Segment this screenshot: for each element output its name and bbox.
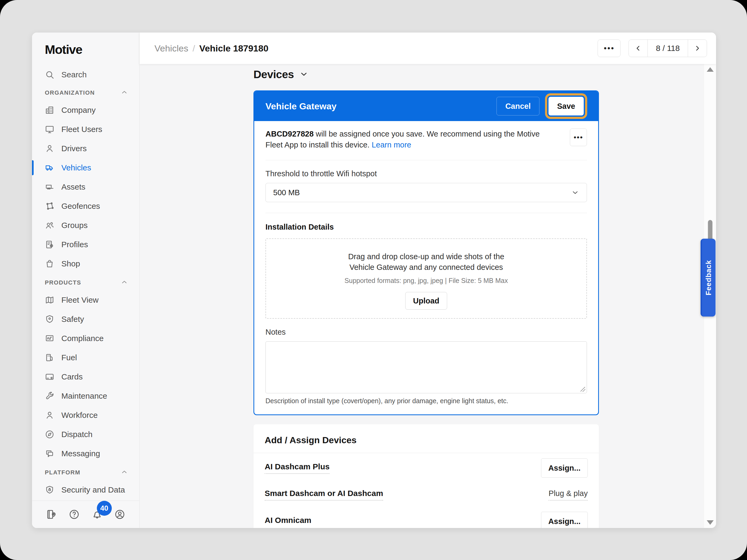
add-assign-devices-card: Add / Assign Devices AI Dashcam Plus Ass… bbox=[253, 424, 599, 528]
assign-button[interactable]: Assign... bbox=[541, 458, 588, 478]
chevron-down-icon bbox=[299, 70, 308, 80]
sidebar-item-assets[interactable]: Assets bbox=[32, 177, 139, 196]
threshold-select[interactable]: 500 MB bbox=[265, 183, 587, 202]
sidebar-item-fleet-view[interactable]: Fleet View bbox=[32, 290, 139, 310]
add-assign-devices-title: Add / Assign Devices bbox=[253, 424, 599, 453]
section-label: ORGANIZATION bbox=[45, 89, 95, 96]
sidebar-item-label: Profiles bbox=[61, 240, 88, 249]
chevron-up-icon bbox=[121, 278, 128, 287]
search-input[interactable]: Search bbox=[32, 66, 139, 83]
threshold-label: Threshold to throttle Wifi hotspot bbox=[265, 169, 587, 178]
sidebar-item-drivers[interactable]: Drivers bbox=[32, 139, 139, 158]
account-icon[interactable] bbox=[114, 509, 125, 520]
dropzone-formats-text: Supported formats: png, jpg, jpeg | File… bbox=[271, 277, 581, 285]
sidebar-item-company[interactable]: Company bbox=[32, 101, 139, 120]
pager-count: 8 / 118 bbox=[647, 40, 688, 57]
devices-heading: Devices bbox=[253, 68, 294, 81]
device-row-ai-omnicam: AI Omnicam Assign... bbox=[265, 508, 588, 528]
chevron-up-icon bbox=[121, 88, 128, 97]
sidebar-item-label: Fleet Users bbox=[61, 125, 102, 134]
devices-section-header[interactable]: Devices bbox=[253, 68, 599, 81]
sidebar-item-label: Compliance bbox=[61, 334, 104, 343]
fuel-pump-icon bbox=[45, 353, 54, 363]
breadcrumb-vehicles-link[interactable]: Vehicles bbox=[154, 43, 188, 54]
section-organization[interactable]: ORGANIZATION bbox=[32, 85, 139, 101]
assign-button[interactable]: Assign... bbox=[541, 512, 588, 528]
shield-lock-icon bbox=[45, 485, 54, 495]
upload-button[interactable]: Upload bbox=[405, 292, 447, 310]
notifications-icon[interactable]: 40 bbox=[92, 509, 103, 520]
divider bbox=[265, 213, 587, 213]
previous-record-button[interactable] bbox=[629, 40, 647, 57]
scrollbar-up-button[interactable] bbox=[707, 67, 714, 72]
motive-logo: Motive bbox=[45, 42, 139, 57]
scrollbar-down-button[interactable] bbox=[707, 520, 714, 525]
main-area: Vehicles / Vehicle 1879180 ••• 8 / 118 bbox=[139, 32, 716, 528]
chevron-down-icon bbox=[571, 189, 579, 196]
sidebar-item-label: Geofences bbox=[61, 202, 100, 211]
sidebar-item-label: Company bbox=[61, 106, 96, 115]
plug-and-play-label[interactable]: Plug & play bbox=[548, 489, 588, 501]
cancel-button[interactable]: Cancel bbox=[496, 97, 539, 115]
monitor-icon bbox=[45, 125, 54, 134]
sidebar-item-fleet-users[interactable]: Fleet Users bbox=[32, 120, 139, 139]
topbar: Vehicles / Vehicle 1879180 ••• 8 / 118 bbox=[139, 32, 716, 64]
shield-icon bbox=[45, 314, 54, 324]
save-button[interactable]: Save bbox=[548, 97, 584, 115]
person-icon bbox=[45, 410, 54, 420]
device-name: Smart Dashcam or AI Dashcam bbox=[265, 489, 383, 501]
feedback-tab[interactable]: Feedback bbox=[701, 239, 716, 317]
more-options-button[interactable]: ••• bbox=[598, 39, 621, 57]
photo-dropzone[interactable]: Drag and drop close-up and wide shots of… bbox=[265, 238, 587, 319]
sidebar-item-geofences[interactable]: Geofences bbox=[32, 196, 139, 216]
sidebar-item-profiles[interactable]: Profiles bbox=[32, 235, 139, 254]
sidebar-item-dispatch[interactable]: Dispatch bbox=[32, 425, 139, 444]
learn-more-link[interactable]: Learn more bbox=[371, 140, 411, 149]
threshold-value: 500 MB bbox=[273, 188, 300, 197]
notes-textarea[interactable] bbox=[265, 341, 587, 393]
sidebar-item-label: Maintenance bbox=[61, 392, 107, 401]
help-icon[interactable] bbox=[69, 509, 80, 520]
breadcrumb-separator: / bbox=[192, 43, 195, 54]
map-icon bbox=[45, 295, 54, 305]
device-more-options-button[interactable]: ••• bbox=[570, 129, 587, 146]
sidebar-item-safety[interactable]: Safety bbox=[32, 310, 139, 329]
section-platform[interactable]: PLATFORM bbox=[32, 465, 139, 480]
sidebar-item-fuel[interactable]: Fuel bbox=[32, 348, 139, 367]
content-scroll-area: Devices Vehicle Gateway Cancel Save bbox=[139, 64, 716, 528]
guide-icon[interactable] bbox=[46, 509, 57, 520]
people-icon bbox=[45, 220, 54, 230]
section-label: PRODUCTS bbox=[45, 279, 81, 286]
compass-icon bbox=[45, 430, 54, 439]
installation-details-label: Installation Details bbox=[265, 223, 587, 232]
sidebar-item-vehicles[interactable]: Vehicles bbox=[32, 158, 139, 177]
chat-bubbles-icon bbox=[45, 449, 54, 458]
truck-icon bbox=[45, 163, 54, 172]
sidebar-item-messaging[interactable]: Messaging bbox=[32, 444, 139, 463]
sidebar-item-workforce[interactable]: Workforce bbox=[32, 406, 139, 425]
sidebar-item-compliance[interactable]: Compliance bbox=[32, 329, 139, 348]
divider bbox=[265, 160, 587, 160]
sidebar-item-shop[interactable]: Shop bbox=[32, 254, 139, 273]
notes-helper-text: Description of install type (covert/open… bbox=[265, 397, 587, 405]
assignment-notice: ABCD927828 will be assigned once you sav… bbox=[265, 129, 553, 151]
resize-handle[interactable] bbox=[581, 387, 585, 392]
wrench-icon bbox=[45, 391, 54, 401]
sidebar-item-groups[interactable]: Groups bbox=[32, 216, 139, 235]
sidebar-item-security-and-data[interactable]: Security and Data bbox=[32, 480, 139, 500]
section-products[interactable]: PRODUCTS bbox=[32, 275, 139, 290]
document-gear-icon bbox=[45, 240, 54, 249]
device-serial: ABCD927828 bbox=[265, 130, 314, 138]
notification-badge: 40 bbox=[97, 501, 112, 516]
sidebar-item-cards[interactable]: Cards bbox=[32, 367, 139, 386]
breadcrumb: Vehicles / Vehicle 1879180 bbox=[154, 43, 268, 54]
geofence-icon bbox=[45, 201, 54, 211]
feedback-tab-label: Feedback bbox=[704, 260, 713, 295]
sidebar-item-maintenance[interactable]: Maintenance bbox=[32, 386, 139, 406]
vehicle-gateway-card: Vehicle Gateway Cancel Save ABCD927828 w… bbox=[253, 90, 599, 415]
sidebar-item-label: Cards bbox=[61, 372, 83, 381]
page-title: Vehicle 1879180 bbox=[199, 43, 268, 54]
ellipsis-icon: ••• bbox=[573, 133, 583, 141]
dropzone-text-line1: Drag and drop close-up and wide shots of… bbox=[271, 251, 581, 262]
next-record-button[interactable] bbox=[688, 40, 707, 57]
